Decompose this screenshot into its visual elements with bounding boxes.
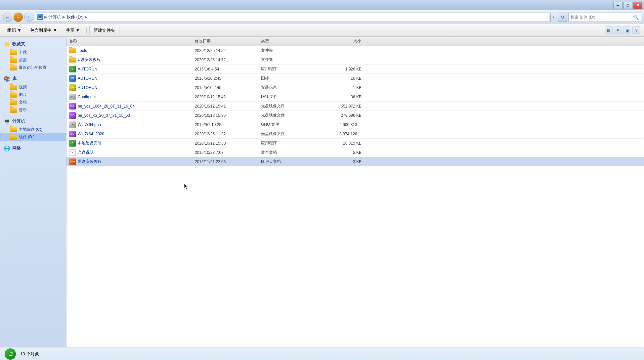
sidebar-section-computer: 💻 计算机 本地磁盘 (C:) 软件 (D:) — [0, 116, 66, 141]
table-row[interactable]: HTM硬盘安装教程2016/11/21 22:03HTML 文档3 KB — [66, 157, 644, 166]
sidebar-network-header[interactable]: 🌐 网络 — [0, 144, 66, 153]
statusbar: 🖥 13 个对象 — [0, 347, 644, 360]
col-header-type[interactable]: 类型 — [258, 37, 311, 46]
breadcrumb-drive[interactable]: 软件 (D:) — [66, 14, 83, 20]
table-row[interactable]: ISOpe_yqs_xp_20_07_31_15_532020/10/12 15… — [66, 111, 644, 120]
desktop-folder-icon — [10, 58, 17, 63]
folder-icon — [69, 57, 76, 63]
table-row[interactable]: INFAUTORUN2015/5/10 2:45安装信息1 KB — [66, 83, 644, 92]
preview-pane-button[interactable]: ▣ — [623, 26, 631, 34]
file-type: 光盘映像文件 — [258, 111, 311, 120]
view-options-button[interactable]: ▼ — [614, 26, 622, 34]
col-header-name[interactable]: 名称 — [66, 37, 192, 46]
up-button[interactable]: ↑ — [24, 13, 33, 22]
sidebar-item-docs[interactable]: 文档 — [0, 99, 66, 106]
search-input[interactable] — [571, 15, 632, 20]
folder-icon — [69, 48, 76, 53]
docs-label: 文档 — [19, 100, 27, 105]
help-button[interactable]: ? — [632, 26, 640, 34]
file-name: pe_yqs_xp_20_07_31_15_53 — [78, 113, 130, 118]
sidebar-item-music[interactable]: 音乐 — [0, 106, 66, 114]
search-box: 🔍 — [568, 13, 641, 22]
ico-inf-icon: INF — [69, 84, 76, 91]
breadcrumb-expand-arrow[interactable]: ▼ — [550, 13, 556, 22]
file-date: 2020/12/25 11:32 — [192, 129, 258, 138]
pictures-label: 图片 — [19, 92, 27, 98]
minimize-button[interactable]: ─ — [613, 2, 623, 9]
table-row[interactable]: U盘安装教程2020/12/25 14:52文件夹 — [66, 55, 644, 65]
table-row[interactable]: Tools2020/12/25 14:52文件夹 — [66, 46, 644, 55]
library-icon: 📚 — [4, 75, 10, 82]
sidebar-item-downloads[interactable]: 下载 — [0, 49, 66, 56]
share-button[interactable]: 共享 ▼ — [62, 26, 84, 35]
sidebar-item-video[interactable]: 视频 — [0, 83, 66, 91]
file-name: pe_yqs_1064_20_07_31_16_04 — [78, 104, 135, 109]
toolbar-right: ⊞ ▼ ▣ ? — [605, 26, 640, 34]
addressbar: ← → ↑ 💻 ▶ 计算机 ▶ 软件 (D:) ▶ ▼ ↻ 🔍 — [0, 10, 644, 24]
ico-exe-icon: E — [69, 140, 76, 147]
forward-button[interactable]: → — [14, 13, 23, 22]
sidebar-item-drive-d[interactable]: 软件 (D:) — [0, 133, 66, 141]
breadcrumb-dropdown-arrow[interactable]: ▶ — [85, 15, 87, 19]
sidebar-section-network: 🌐 网络 — [0, 144, 66, 153]
file-type: 文件夹 — [258, 46, 311, 55]
file-size: 279,696 KB — [311, 111, 364, 120]
sidebar: ⭐ 收藏夹 下载 桌面 最近访问的位置 📚 — [0, 37, 66, 347]
file-size: 10 KB — [311, 74, 364, 83]
file-size — [311, 55, 364, 64]
table-row[interactable]: 🖼AUTORUN2015/5/10 2:45图标10 KB — [66, 74, 644, 83]
file-name: 硬盘安装教程 — [78, 159, 102, 164]
file-list-header: 名称 修改日期 类型 大小 — [66, 37, 644, 46]
table-row[interactable]: EAUTORUN2016/1/8 4:54应用程序1,926 KB — [66, 65, 644, 74]
breadcrumb-computer[interactable]: 计算机 — [48, 14, 61, 20]
sidebar-library-header[interactable]: 📚 库 — [0, 74, 66, 83]
computer-label: 计算机 — [12, 118, 25, 124]
recent-folder-icon — [10, 65, 17, 70]
file-name: Win7x64_2020 — [78, 132, 104, 136]
close-button[interactable]: ✕ — [633, 2, 642, 9]
table-row[interactable]: ISOpe_yqs_1064_20_07_31_16_042020/10/12 … — [66, 102, 644, 111]
new-folder-button[interactable]: 新建文件夹 — [89, 26, 119, 35]
refresh-button[interactable]: ↻ — [558, 13, 567, 22]
table-row[interactable]: GHOWin7x64.gho2019/9/7 19:25GHO 文件2,900,… — [66, 120, 644, 129]
pictures-icon — [10, 92, 17, 98]
status-icon-container: 🖥 — [4, 348, 17, 360]
file-name: AUTORUN — [78, 67, 97, 71]
sidebar-item-pictures[interactable]: 图片 — [0, 91, 66, 99]
file-rows-container: Tools2020/12/25 14:52文件夹U盘安装教程2020/12/25… — [66, 46, 644, 166]
ico-gho-icon: GHO — [69, 121, 76, 128]
window: ─ □ ✕ ← → ↑ 💻 ▶ 计算机 ▶ 软件 (D:) ▶ ▼ ↻ 🔍 组织… — [0, 0, 644, 360]
maximize-button[interactable]: □ — [623, 2, 632, 9]
file-size: 3 KB — [311, 157, 364, 166]
drive-c-label: 本地磁盘 (C:) — [19, 127, 42, 132]
table-row[interactable]: ISOWin7x64_20202020/12/25 11:32光盘映像文件3,8… — [66, 129, 644, 139]
sidebar-computer-header[interactable]: 💻 计算机 — [0, 116, 66, 126]
search-icon[interactable]: 🔍 — [633, 15, 639, 20]
drive-d-icon — [10, 135, 17, 140]
file-size: 1,926 KB — [311, 65, 364, 73]
file-type: 光盘映像文件 — [258, 129, 311, 138]
ico-dat-icon: DAT — [69, 94, 76, 100]
col-header-date[interactable]: 修改日期 — [192, 37, 258, 46]
file-name: Win7x64.gho — [78, 122, 101, 127]
sidebar-item-drive-c[interactable]: 本地磁盘 (C:) — [0, 126, 66, 133]
sidebar-item-desktop[interactable]: 桌面 — [0, 56, 66, 64]
drive-c-icon — [10, 127, 17, 132]
sidebar-favorites-header[interactable]: ⭐ 收藏夹 — [0, 39, 66, 49]
sidebar-item-recent[interactable]: 最近访问的位置 — [0, 64, 66, 71]
table-row[interactable]: DATConfig.dat2020/10/12 15:42DAT 文件36 KB — [66, 92, 644, 102]
file-size: 652,072 KB — [311, 102, 364, 111]
back-button[interactable]: ← — [3, 13, 12, 22]
col-header-size[interactable]: 大小 — [311, 37, 364, 46]
view-toggle-button[interactable]: ⊞ — [605, 26, 613, 34]
video-label: 视频 — [19, 84, 27, 90]
table-row[interactable]: E本地硬盘安装2020/10/12 15:30应用程序28,315 KB — [66, 139, 644, 148]
breadcrumb-icon: 💻 — [37, 14, 43, 20]
file-size: 1 KB — [311, 83, 364, 92]
include-library-button[interactable]: 包含到库中 ▼ — [26, 26, 61, 35]
table-row[interactable]: TXT光盘说明2016/10/23 7:07文本文档5 KB — [66, 148, 644, 157]
toolbar: 组织 ▼ 包含到库中 ▼ 共享 ▼ 新建文件夹 ⊞ ▼ ▣ ? — [0, 24, 644, 37]
organize-button[interactable]: 组织 ▼ — [4, 26, 25, 35]
file-type: 应用程序 — [258, 65, 311, 73]
file-size: 36 KB — [311, 92, 364, 101]
